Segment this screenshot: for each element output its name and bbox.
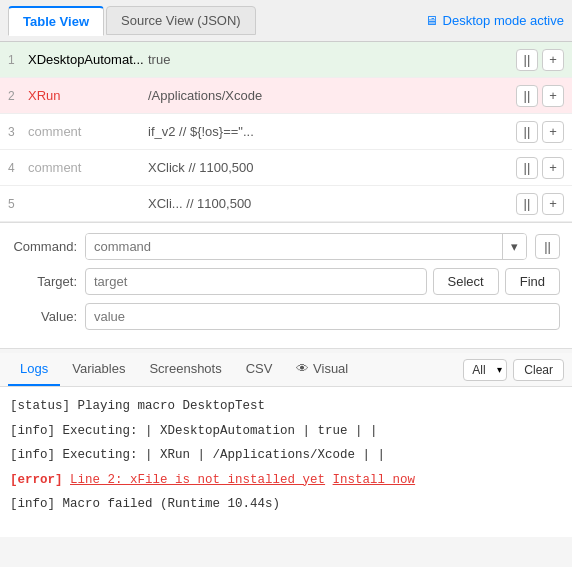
eye-icon: 👁: [296, 361, 313, 376]
row-number: 5: [8, 197, 28, 211]
value-input[interactable]: [85, 303, 560, 330]
find-button[interactable]: Find: [505, 268, 560, 295]
command-input[interactable]: [86, 234, 502, 259]
filter-select[interactable]: All: [463, 359, 507, 381]
log-line: [info] Executing: | XDesktopAutomation |…: [10, 420, 562, 443]
dropdown-arrow-icon[interactable]: ▾: [502, 234, 526, 259]
add-row-btn[interactable]: +: [542, 193, 564, 215]
logs-content: [status] Playing macro DesktopTest [info…: [0, 387, 572, 537]
tab-table-view[interactable]: Table View: [8, 6, 104, 36]
table-area: 1 XDesktopAutomat... true || + 2 XRun /A…: [0, 42, 572, 223]
row-actions: || +: [516, 85, 564, 107]
tab-logs[interactable]: Logs: [8, 353, 60, 386]
table-row: 1 XDesktopAutomat... true || +: [0, 42, 572, 78]
row-value: true: [148, 52, 508, 67]
table-row: 3 comment if_v2 // ${!os}=="... || +: [0, 114, 572, 150]
row-actions: || +: [516, 121, 564, 143]
pause-row-btn[interactable]: ||: [516, 85, 538, 107]
tab-source-view[interactable]: Source View (JSON): [106, 6, 256, 35]
row-name[interactable]: XRun: [28, 88, 148, 103]
log-line: [info] Macro failed (Runtime 10.44s): [10, 493, 562, 516]
row-actions: || +: [516, 193, 564, 215]
table-row: 4 comment XClick // 1100,500 || +: [0, 150, 572, 186]
row-name[interactable]: comment: [28, 160, 148, 175]
install-now-link[interactable]: Install now: [333, 473, 416, 487]
monitor-icon: 🖥: [425, 13, 438, 28]
row-value: XClick // 1100,500: [148, 160, 508, 175]
add-row-btn[interactable]: +: [542, 85, 564, 107]
target-row: Target: Select Find: [12, 268, 560, 295]
value-row: Value:: [12, 303, 560, 330]
command-row: Command: ▾ ||: [12, 233, 560, 260]
log-line: [info] Executing: | XRun | /Applications…: [10, 444, 562, 467]
row-value: if_v2 // ${!os}=="...: [148, 124, 508, 139]
error-link[interactable]: Line 2: xFile is not installed yet: [70, 473, 325, 487]
clear-button[interactable]: Clear: [513, 359, 564, 381]
add-row-btn[interactable]: +: [542, 121, 564, 143]
table-row: 2 XRun /Applications/Xcode || +: [0, 78, 572, 114]
tab-csv[interactable]: CSV: [234, 353, 285, 386]
tab-screenshots[interactable]: Screenshots: [137, 353, 233, 386]
row-number: 4: [8, 161, 28, 175]
row-number: 2: [8, 89, 28, 103]
command-area: Command: ▾ || Target: Select Find Value:: [0, 223, 572, 349]
desktop-mode-label: Desktop mode active: [443, 13, 564, 28]
pause-row-btn[interactable]: ||: [516, 49, 538, 71]
desktop-mode-button[interactable]: 🖥 Desktop mode active: [425, 13, 564, 28]
command-label: Command:: [12, 239, 77, 254]
pause-row-btn[interactable]: ||: [516, 157, 538, 179]
log-line-error: [error] Line 2: xFile is not installed y…: [10, 469, 562, 492]
tab-variables[interactable]: Variables: [60, 353, 137, 386]
pause-row-btn[interactable]: ||: [516, 193, 538, 215]
filter-wrap: All: [463, 359, 507, 381]
add-row-btn[interactable]: +: [542, 157, 564, 179]
add-row-btn[interactable]: +: [542, 49, 564, 71]
logs-controls: All Clear: [463, 359, 564, 381]
row-actions: || +: [516, 157, 564, 179]
target-label: Target:: [12, 274, 77, 289]
log-line: [status] Playing macro DesktopTest: [10, 395, 562, 418]
pause-row-btn[interactable]: ||: [516, 121, 538, 143]
row-value: /Applications/Xcode: [148, 88, 508, 103]
select-button[interactable]: Select: [433, 268, 499, 295]
tab-visual[interactable]: 👁 Visual: [284, 353, 360, 386]
table-row: 5 XCli... // 1100,500 || +: [0, 186, 572, 222]
row-actions: || +: [516, 49, 564, 71]
row-number: 1: [8, 53, 28, 67]
header-tabs: Table View Source View (JSON) 🖥 Desktop …: [0, 0, 572, 42]
target-input[interactable]: [85, 268, 427, 295]
row-name[interactable]: XDesktopAutomat...: [28, 52, 148, 67]
command-dropdown[interactable]: ▾: [85, 233, 527, 260]
value-label: Value:: [12, 309, 77, 324]
row-value: XCli... // 1100,500: [148, 196, 508, 211]
command-pause-btn[interactable]: ||: [535, 234, 560, 259]
logs-header: Logs Variables Screenshots CSV 👁 Visual …: [0, 353, 572, 387]
row-number: 3: [8, 125, 28, 139]
logs-section: Logs Variables Screenshots CSV 👁 Visual …: [0, 353, 572, 537]
row-name[interactable]: comment: [28, 124, 148, 139]
